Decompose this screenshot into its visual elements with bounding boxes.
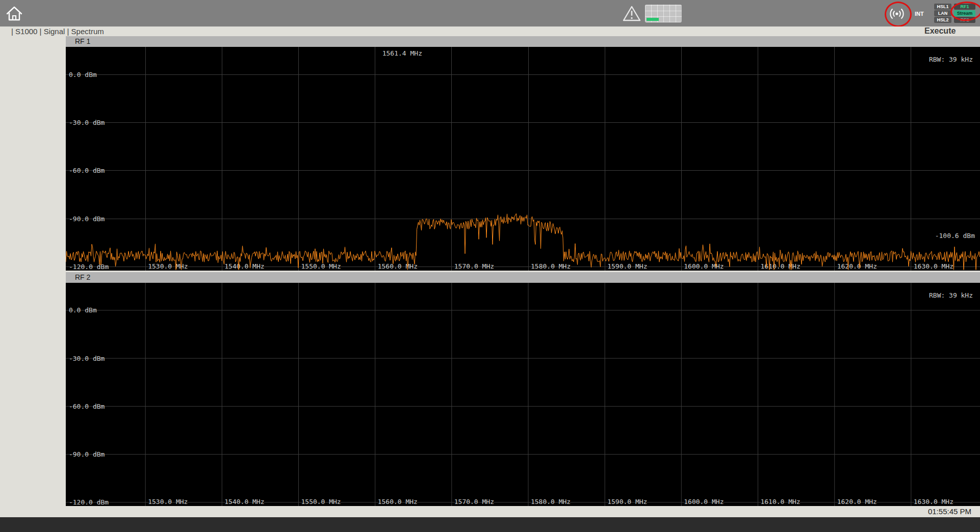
svg-text:-30.0 dBm: -30.0 dBm: [69, 355, 105, 362]
level-grid-indicator: [645, 5, 682, 22]
home-icon: [5, 15, 23, 24]
svg-text:1630.0 MHz: 1630.0 MHz: [914, 262, 953, 270]
svg-text:1580.0 MHz: 1580.0 MHz: [531, 262, 571, 270]
svg-text:1600.0 MHz: 1600.0 MHz: [684, 498, 724, 506]
panel-rf2-titlebar[interactable]: RF 2: [66, 272, 980, 283]
sidebar: [0, 36, 66, 506]
badge-hsl1: HSL1: [934, 4, 951, 10]
breadcrumb: | S1000 | Signal | Spectrum: [11, 27, 104, 36]
clock: 01:55:45 PM: [928, 507, 971, 516]
warning-icon[interactable]: [623, 5, 641, 23]
svg-text:1550.0 MHz: 1550.0 MHz: [301, 262, 341, 270]
svg-text:-100.6 dBm: -100.6 dBm: [935, 232, 975, 240]
broadcast-icon[interactable]: [888, 5, 906, 23]
svg-text:1561.4 MHz: 1561.4 MHz: [382, 49, 422, 57]
svg-text:1590.0 MHz: 1590.0 MHz: [607, 262, 647, 270]
svg-text:RBW: 39 kHz: RBW: 39 kHz: [929, 56, 973, 63]
badge-rf2[interactable]: RF2: [954, 17, 975, 23]
svg-text:1620.0 MHz: 1620.0 MHz: [837, 262, 877, 270]
svg-text:-120.0 dBm: -120.0 dBm: [69, 263, 109, 271]
svg-text:-90.0 dBm: -90.0 dBm: [69, 450, 105, 458]
rf1-plot-svg: 1530.0 MHz1540.0 MHz1550.0 MHz1560.0 MHz…: [66, 47, 980, 271]
top-bar: INT HSL1 LAN HSL2 RF1 Stream RF2: [0, 0, 980, 26]
svg-text:1550.0 MHz: 1550.0 MHz: [301, 498, 341, 506]
svg-text:0.0 dBm: 0.0 dBm: [69, 71, 97, 78]
svg-text:-30.0 dBm: -30.0 dBm: [69, 119, 105, 126]
hsl-badge-column: HSL1 LAN HSL2: [934, 4, 951, 23]
svg-text:1600.0 MHz: 1600.0 MHz: [684, 262, 724, 270]
badge-lan: LAN: [934, 10, 951, 16]
home-button[interactable]: [5, 4, 23, 22]
svg-text:1560.0 MHz: 1560.0 MHz: [378, 262, 418, 270]
taskbar: [0, 517, 980, 532]
int-label: INT: [915, 11, 924, 17]
svg-text:-90.0 dBm: -90.0 dBm: [69, 215, 105, 223]
svg-text:1620.0 MHz: 1620.0 MHz: [837, 498, 877, 506]
sub-bar: | S1000 | Signal | Spectrum Execute: [0, 26, 980, 36]
svg-text:RBW: 39 kHz: RBW: 39 kHz: [929, 291, 973, 299]
svg-text:1540.0 MHz: 1540.0 MHz: [224, 498, 264, 506]
execute-button[interactable]: Execute: [924, 26, 956, 36]
level-green-bar: [647, 18, 659, 21]
spectrum-plot-rf2[interactable]: 1530.0 MHz1540.0 MHz1550.0 MHz1560.0 MHz…: [66, 283, 980, 506]
svg-text:1590.0 MHz: 1590.0 MHz: [607, 498, 647, 506]
spectrum-plot-rf1[interactable]: 1530.0 MHz1540.0 MHz1550.0 MHz1560.0 MHz…: [66, 47, 980, 271]
svg-text:1540.0 MHz: 1540.0 MHz: [224, 262, 264, 270]
panel-rf1-titlebar[interactable]: RF 1: [66, 36, 980, 47]
svg-text:0.0 dBm: 0.0 dBm: [69, 306, 97, 314]
svg-text:1570.0 MHz: 1570.0 MHz: [454, 498, 494, 506]
badge-rf1[interactable]: RF1: [954, 4, 975, 10]
svg-text:-60.0 dBm: -60.0 dBm: [69, 167, 105, 174]
screen: INT HSL1 LAN HSL2 RF1 Stream RF2 | S1000…: [0, 0, 980, 532]
svg-text:1570.0 MHz: 1570.0 MHz: [454, 262, 494, 270]
panel-rf2-title: RF 2: [75, 273, 90, 281]
badge-hsl2: HSL2: [934, 17, 951, 23]
svg-text:1530.0 MHz: 1530.0 MHz: [148, 498, 188, 506]
status-bar: 01:55:45 PM: [0, 506, 980, 517]
badge-stream[interactable]: Stream: [954, 10, 975, 16]
svg-text:1630.0 MHz: 1630.0 MHz: [914, 498, 953, 506]
rf-badge-column: RF1 Stream RF2: [954, 4, 975, 23]
svg-text:-120.0 dBm: -120.0 dBm: [69, 498, 109, 506]
svg-text:1580.0 MHz: 1580.0 MHz: [531, 498, 571, 506]
rf2-plot-svg: 1530.0 MHz1540.0 MHz1550.0 MHz1560.0 MHz…: [66, 283, 980, 506]
svg-text:1560.0 MHz: 1560.0 MHz: [378, 498, 418, 506]
svg-text:-60.0 dBm: -60.0 dBm: [69, 403, 105, 410]
svg-text:1610.0 MHz: 1610.0 MHz: [761, 498, 801, 506]
panel-rf1-title: RF 1: [75, 37, 90, 45]
